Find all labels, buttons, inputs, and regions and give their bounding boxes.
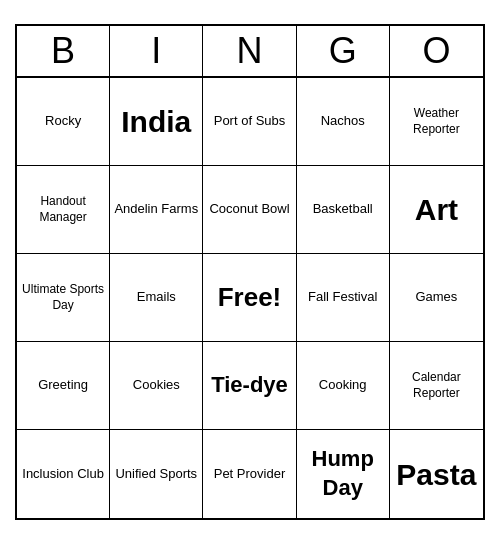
bingo-header-letter: O <box>390 26 483 76</box>
bingo-cell: Greeting <box>17 342 110 430</box>
bingo-cell: Basketball <box>297 166 390 254</box>
bingo-header: BINGO <box>17 26 483 78</box>
bingo-cell: Pasta <box>390 430 483 518</box>
bingo-cell: Rocky <box>17 78 110 166</box>
bingo-cell: Ultimate Sports Day <box>17 254 110 342</box>
bingo-cell: Emails <box>110 254 203 342</box>
bingo-cell: Nachos <box>297 78 390 166</box>
bingo-cell: Calendar Reporter <box>390 342 483 430</box>
bingo-header-letter: N <box>203 26 296 76</box>
bingo-cell: Cookies <box>110 342 203 430</box>
bingo-grid: RockyIndiaPort of SubsNachosWeather Repo… <box>17 78 483 518</box>
bingo-card: BINGO RockyIndiaPort of SubsNachosWeathe… <box>15 24 485 520</box>
bingo-cell: Andelin Farms <box>110 166 203 254</box>
bingo-cell: Hump Day <box>297 430 390 518</box>
bingo-cell: Fall Festival <box>297 254 390 342</box>
bingo-cell: Unified Sports <box>110 430 203 518</box>
bingo-cell: Coconut Bowl <box>203 166 296 254</box>
bingo-cell: Cooking <box>297 342 390 430</box>
bingo-cell: Art <box>390 166 483 254</box>
bingo-cell: Tie-dye <box>203 342 296 430</box>
bingo-cell: Games <box>390 254 483 342</box>
bingo-cell: Free! <box>203 254 296 342</box>
bingo-header-letter: G <box>297 26 390 76</box>
bingo-header-letter: I <box>110 26 203 76</box>
bingo-cell: Handout Manager <box>17 166 110 254</box>
bingo-header-letter: B <box>17 26 110 76</box>
bingo-cell: Inclusion Club <box>17 430 110 518</box>
bingo-cell: Port of Subs <box>203 78 296 166</box>
bingo-cell: Weather Reporter <box>390 78 483 166</box>
bingo-cell: Pet Provider <box>203 430 296 518</box>
bingo-cell: India <box>110 78 203 166</box>
